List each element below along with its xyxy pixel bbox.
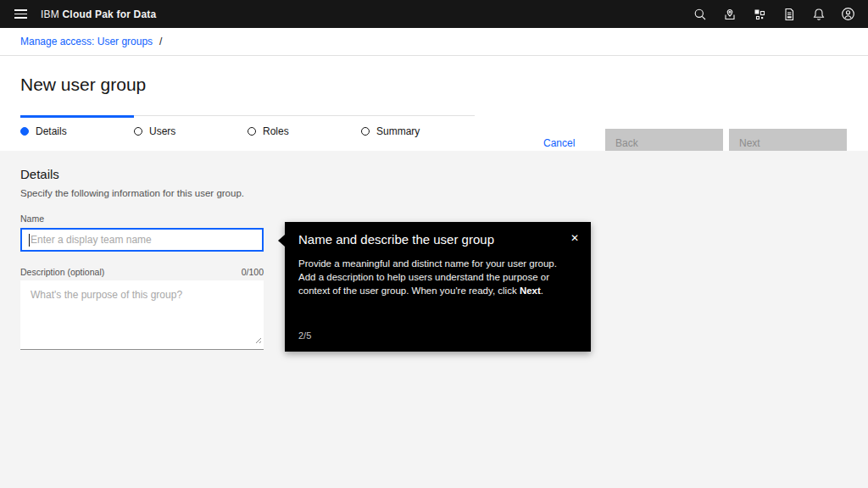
breadcrumb-link-manage-access[interactable]: Manage access: User groups [20, 36, 153, 47]
services-icon[interactable] [744, 0, 774, 28]
tooltip-pagination: 2/5 [298, 330, 311, 341]
hamburger-menu-icon[interactable] [0, 0, 41, 28]
step-users[interactable]: Users [134, 115, 248, 137]
tooltip-arrow-icon [278, 235, 285, 247]
search-icon[interactable] [685, 0, 715, 28]
step-incomplete-dot-icon [361, 127, 370, 136]
name-field-label: Name [20, 214, 44, 224]
brand-name: Cloud Pak for Data [62, 8, 156, 20]
tooltip-title: Name and describe the user group [298, 232, 494, 247]
explore-pin-icon[interactable] [715, 0, 744, 28]
tooltip-body: Provide a meaningful and distinct name f… [298, 258, 566, 298]
step-current-dot-icon [20, 127, 29, 136]
step-details[interactable]: Details [20, 115, 134, 137]
form-subheading: Specify the following information for th… [20, 188, 244, 198]
description-textarea[interactable] [20, 280, 264, 349]
tooltip-bold-next: Next [520, 286, 541, 296]
step-label: Details [36, 125, 67, 137]
form-heading: Details [20, 167, 59, 181]
step-incomplete-dot-icon [134, 127, 142, 136]
step-incomplete-dot-icon [248, 127, 256, 136]
coachmark-tooltip: Name and describe the user group ✕ Provi… [285, 222, 591, 352]
page-title: New user group [20, 75, 146, 95]
user-avatar-icon[interactable] [833, 0, 863, 28]
step-label: Users [149, 125, 175, 137]
docs-icon[interactable] [774, 0, 804, 28]
notifications-bell-icon[interactable] [804, 0, 833, 28]
brand-title: IBM Cloud Pak for Data [41, 8, 156, 20]
close-icon[interactable]: ✕ [565, 229, 584, 247]
breadcrumb-separator: / [159, 36, 162, 47]
name-input[interactable] [30, 234, 262, 246]
app-window: IBM Cloud Pak for Data Mana [0, 0, 868, 488]
breadcrumb: Manage access: User groups / [0, 28, 868, 56]
progress-indicator: Details Users Roles Summary [20, 115, 475, 137]
page-header-section: New user group Cancel Back Next Details … [0, 56, 868, 151]
description-char-counter: 0/100 [20, 267, 264, 277]
step-summary[interactable]: Summary [361, 115, 475, 137]
header-actions [685, 0, 868, 28]
cancel-button[interactable]: Cancel [543, 137, 575, 149]
brand-prefix: IBM [41, 8, 59, 20]
step-label: Roles [263, 125, 289, 137]
description-textarea-container [20, 280, 264, 350]
global-header: IBM Cloud Pak for Data [0, 0, 868, 28]
step-label: Summary [376, 125, 420, 137]
step-roles[interactable]: Roles [248, 115, 361, 137]
name-input-container [20, 228, 264, 252]
